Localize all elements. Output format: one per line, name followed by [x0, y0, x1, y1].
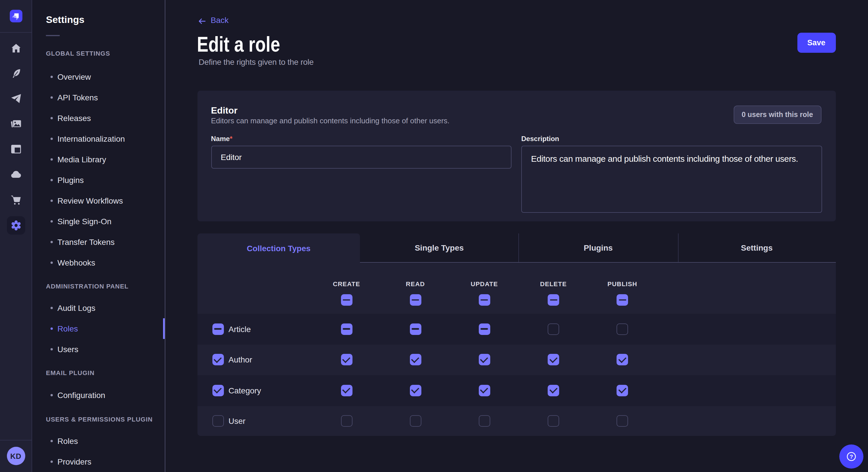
svg-text:?: ? — [849, 453, 853, 460]
